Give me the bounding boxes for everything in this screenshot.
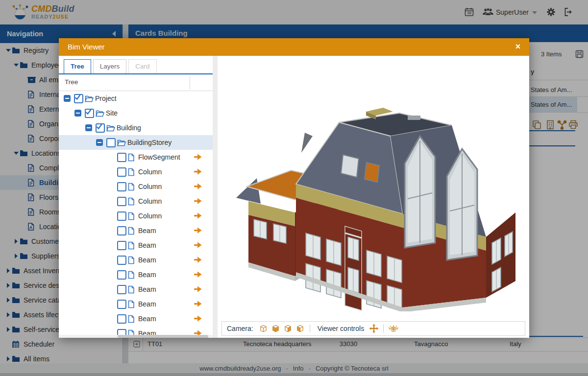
node-checkbox[interactable] bbox=[117, 226, 127, 235]
checkmark-icon bbox=[74, 94, 81, 100]
bim-tree-node-column[interactable]: Column bbox=[59, 164, 213, 179]
open-card-arrow-icon[interactable] bbox=[194, 300, 202, 308]
bim-tree-node-flowsegment[interactable]: FlowSegment bbox=[59, 150, 213, 164]
node-checkbox[interactable] bbox=[117, 241, 127, 250]
open-card-arrow-icon[interactable] bbox=[194, 256, 202, 264]
node-checkbox[interactable] bbox=[117, 314, 127, 324]
horizontal-scrollbar bbox=[59, 335, 213, 338]
checkmark-icon bbox=[96, 123, 102, 130]
open-card-arrow-icon[interactable] bbox=[194, 197, 202, 205]
bim-tree-node-site[interactable]: Site bbox=[59, 106, 213, 120]
open-card-arrow-icon[interactable] bbox=[194, 182, 202, 190]
bim-tree-node-beam[interactable]: Beam bbox=[59, 253, 213, 267]
tree-node-label: Column bbox=[138, 183, 162, 190]
column-divider bbox=[190, 76, 190, 89]
node-checkbox[interactable] bbox=[117, 285, 127, 294]
pan-move-icon[interactable] bbox=[369, 324, 379, 333]
collapse-node-icon[interactable] bbox=[74, 110, 85, 117]
node-checkbox[interactable] bbox=[117, 256, 127, 265]
scrollbar-thumb[interactable] bbox=[118, 335, 208, 338]
open-card-arrow-icon[interactable] bbox=[194, 270, 202, 279]
file-icon bbox=[127, 168, 135, 176]
tree-node-label: Beam bbox=[138, 285, 156, 293]
open-card-arrow-icon[interactable] bbox=[194, 226, 202, 235]
bim-tree: ProjectSiteBuildingBuildingStoreyFlowSeg… bbox=[59, 91, 213, 335]
file-icon bbox=[127, 329, 135, 335]
bim-tree-node-beam[interactable]: Beam bbox=[59, 311, 213, 326]
node-checkbox[interactable] bbox=[117, 167, 127, 177]
visibility-eye-icon[interactable] bbox=[388, 324, 399, 333]
tree-node-label: Beam bbox=[138, 329, 156, 335]
tree-node-label: Beam bbox=[138, 241, 156, 249]
file-icon bbox=[127, 271, 135, 279]
bim-viewer-pane: Camera: Viewer controls bbox=[218, 56, 529, 338]
bim-tree-node-beam[interactable]: Beam bbox=[59, 267, 213, 282]
modal-body: Tree Layers Card Tree ProjectSiteBuildin… bbox=[59, 56, 529, 338]
file-icon bbox=[127, 227, 135, 235]
bim-tree-node-building[interactable]: Building bbox=[59, 120, 213, 135]
camera-view-side-icon[interactable] bbox=[283, 324, 293, 333]
node-checkbox[interactable] bbox=[74, 94, 84, 103]
node-checkbox[interactable] bbox=[117, 300, 127, 309]
collapse-node-icon[interactable] bbox=[64, 95, 74, 102]
viewer-controls-bar: Camera: Viewer controls bbox=[221, 321, 525, 336]
collapse-node-icon[interactable] bbox=[85, 124, 96, 131]
separator bbox=[310, 325, 310, 332]
tree-column-label: Tree bbox=[65, 78, 78, 86]
node-checkbox[interactable] bbox=[117, 270, 127, 280]
open-card-arrow-icon[interactable] bbox=[194, 153, 202, 161]
viewer-controls-label: Viewer controls bbox=[318, 325, 364, 332]
open-card-arrow-icon[interactable] bbox=[194, 314, 202, 323]
collapse-node-icon[interactable] bbox=[96, 139, 106, 146]
camera-view-front-icon[interactable] bbox=[270, 324, 281, 333]
file-icon bbox=[127, 183, 135, 191]
open-folder-icon bbox=[117, 139, 126, 146]
camera-view-iso-icon[interactable] bbox=[258, 324, 269, 333]
viewer-splitter[interactable] bbox=[213, 56, 218, 338]
bim-tree-column-header[interactable]: Tree bbox=[59, 74, 213, 91]
bim-tree-node-buildingstorey[interactable]: BuildingStorey bbox=[59, 135, 213, 150]
bim-tree-node-column[interactable]: Column bbox=[59, 179, 213, 194]
separator bbox=[383, 325, 384, 332]
file-icon bbox=[127, 153, 135, 162]
bim-tree-node-beam[interactable]: Beam bbox=[59, 297, 213, 311]
camera-label: Camera: bbox=[227, 325, 253, 332]
open-card-arrow-icon[interactable] bbox=[194, 285, 202, 293]
open-card-arrow-icon[interactable] bbox=[194, 167, 202, 176]
node-checkbox[interactable] bbox=[117, 329, 127, 335]
open-card-arrow-icon[interactable] bbox=[194, 329, 202, 335]
file-icon bbox=[127, 241, 135, 250]
camera-view-top-icon[interactable] bbox=[295, 324, 305, 333]
open-card-arrow-icon[interactable] bbox=[194, 212, 202, 220]
bim-3d-canvas[interactable] bbox=[218, 56, 529, 320]
tree-node-label: Beam bbox=[138, 227, 156, 235]
node-checkbox[interactable] bbox=[117, 212, 127, 221]
file-icon bbox=[127, 285, 135, 294]
modal-title: Bim Viewer bbox=[59, 38, 529, 56]
bim-tree-node-beam[interactable]: Beam bbox=[59, 238, 213, 253]
tab-card: Card bbox=[128, 59, 156, 73]
tree-node-label: FlowSegment bbox=[138, 153, 180, 161]
tree-node-label: Column bbox=[138, 168, 162, 176]
open-folder-icon bbox=[95, 110, 104, 117]
close-icon[interactable]: × bbox=[513, 38, 523, 56]
bim-tree-pane: Tree Layers Card Tree ProjectSiteBuildin… bbox=[59, 56, 213, 338]
tree-node-label: BuildingStorey bbox=[127, 139, 172, 146]
tab-tree[interactable]: Tree bbox=[64, 59, 91, 73]
node-checkbox[interactable] bbox=[96, 123, 106, 133]
node-checkbox[interactable] bbox=[106, 138, 117, 147]
bim-tree-node-column[interactable]: Column bbox=[59, 209, 213, 223]
node-checkbox[interactable] bbox=[85, 109, 95, 118]
file-icon bbox=[127, 197, 135, 206]
open-card-arrow-icon[interactable] bbox=[194, 241, 202, 249]
bim-tree-node-beam[interactable]: Beam bbox=[59, 223, 213, 238]
bim-tree-node-beam[interactable]: Beam bbox=[59, 326, 213, 335]
bim-tree-node-column[interactable]: Column bbox=[59, 194, 213, 209]
modal-header[interactable]: Bim Viewer × bbox=[59, 38, 529, 56]
bim-tree-node-project[interactable]: Project bbox=[59, 91, 211, 106]
node-checkbox[interactable] bbox=[117, 197, 127, 206]
node-checkbox[interactable] bbox=[117, 182, 127, 191]
node-checkbox[interactable] bbox=[117, 153, 127, 162]
bim-tree-node-beam[interactable]: Beam bbox=[59, 282, 213, 297]
tab-layers[interactable]: Layers bbox=[93, 59, 127, 73]
